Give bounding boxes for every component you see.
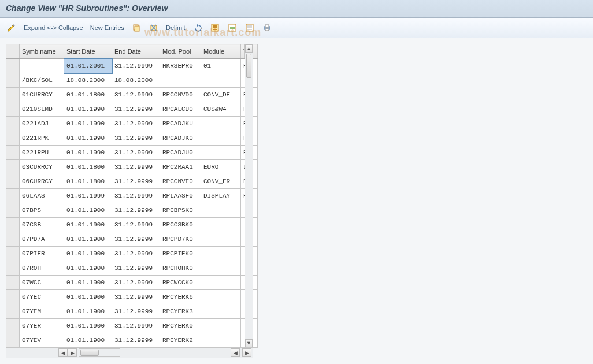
cell-module[interactable] <box>201 232 241 247</box>
cell-startdate[interactable]: 01.01.1900 <box>64 333 112 348</box>
cell-enddate[interactable]: 31.12.9999 <box>112 189 160 203</box>
cell-enddate[interactable]: 31.12.9999 <box>112 102 160 117</box>
cell-startdate[interactable]: 01.01.1900 <box>64 319 112 333</box>
cell-symbname[interactable]: 07CSB <box>20 218 64 232</box>
row-selector-cell[interactable] <box>6 319 20 333</box>
expand-collapse-button[interactable]: Expand <-> Collapse <box>22 24 85 31</box>
row-selector-cell[interactable] <box>6 261 20 276</box>
cell-startdate[interactable]: 18.08.2000 <box>64 73 112 88</box>
cell-modpool[interactable]: RPCADJK0 <box>160 131 201 146</box>
row-selector-cell[interactable] <box>6 247 20 261</box>
cell-startdate[interactable]: 01.01.1999 <box>64 189 112 203</box>
table-row[interactable]: 06LAAS01.01.199931.12.9999RPLAASF0DISPLA… <box>6 189 258 203</box>
cell-modpool[interactable]: HKRSEPR0 <box>160 59 201 73</box>
cell-modpool[interactable]: RPCWCCK0 <box>160 276 201 290</box>
cell-enddate[interactable]: 31.12.9999 <box>112 290 160 304</box>
cell-symbname[interactable]: 0221RPU <box>20 146 64 160</box>
cell-startdate[interactable]: 01.01.1990 <box>64 146 112 160</box>
cell-module[interactable]: CONV_DE <box>201 88 241 102</box>
cell-module[interactable]: 01 <box>201 59 241 73</box>
cell-module[interactable] <box>201 333 241 348</box>
col-header-symbname[interactable]: Symb.name <box>20 44 64 59</box>
cell-enddate[interactable]: 31.12.9999 <box>112 232 160 247</box>
table-row[interactable]: 0221ADJ01.01.199031.12.9999RPCADJKUR <box>6 117 258 131</box>
row-selector-header[interactable] <box>6 44 20 59</box>
cell-startdate[interactable]: 01.01.1800 <box>64 174 112 189</box>
cell-modpool[interactable]: RPCPIEK0 <box>160 247 201 261</box>
cell-symbname[interactable]: 06CURRCY <box>20 174 64 189</box>
scroll-right-end-icon[interactable]: ▶ <box>242 348 251 357</box>
cell-module[interactable]: DISPLAY <box>201 189 241 203</box>
new-entries-button[interactable]: New Entries <box>88 24 126 31</box>
row-selector-cell[interactable] <box>6 218 20 232</box>
table-row[interactable]: 07PD7A01.01.190031.12.9999RPCPD7K0 <box>6 232 258 247</box>
scroll-right-step-icon[interactable]: ▶ <box>68 348 77 357</box>
cell-module[interactable] <box>201 304 241 319</box>
col-header-modpool[interactable]: Mod. Pool <box>160 44 201 59</box>
cell-startdate[interactable]: 01.01.1900 <box>64 290 112 304</box>
cell-module[interactable] <box>201 218 241 232</box>
cell-enddate[interactable]: 31.12.9999 <box>112 59 160 73</box>
cell-enddate[interactable]: 31.12.9999 <box>112 304 160 319</box>
table-row[interactable]: 01.01.200131.12.9999HKRSEPR001R <box>6 59 258 73</box>
table-row[interactable]: 07PIER01.01.190031.12.9999RPCPIEK0 <box>6 247 258 261</box>
select-all-icon[interactable] <box>208 23 222 33</box>
cell-startdate[interactable]: 01.01.1900 <box>64 203 112 218</box>
cell-enddate[interactable]: 31.12.9999 <box>112 319 160 333</box>
row-selector-cell[interactable] <box>6 304 20 319</box>
cell-modpool[interactable]: RPCCSBK0 <box>160 218 201 232</box>
scroll-thumb-vertical[interactable] <box>246 54 251 78</box>
table-row[interactable]: 06CURRCY01.01.180031.12.9999RPCCNVF0CONV… <box>6 174 258 189</box>
cell-enddate[interactable]: 31.12.9999 <box>112 88 160 102</box>
cell-enddate[interactable]: 18.08.2000 <box>112 73 160 88</box>
print-icon[interactable] <box>260 23 274 33</box>
cell-symbname[interactable]: 07YEV <box>20 333 64 348</box>
col-header-module[interactable]: Module <box>201 44 241 59</box>
cell-modpool[interactable]: RPCYERK2 <box>160 333 201 348</box>
cell-startdate[interactable]: 01.01.1990 <box>64 131 112 146</box>
row-selector-cell[interactable] <box>6 333 20 348</box>
cell-enddate[interactable]: 31.12.9999 <box>112 203 160 218</box>
cell-startdate[interactable]: 01.01.1990 <box>64 117 112 131</box>
col-header-startdate[interactable]: Start Date <box>64 44 112 59</box>
table-row[interactable]: 07WCC01.01.190031.12.9999RPCWCCK0 <box>6 276 258 290</box>
row-selector-cell[interactable] <box>6 117 20 131</box>
cell-modpool[interactable]: RPCPD7K0 <box>160 232 201 247</box>
cell-enddate[interactable]: 31.12.9999 <box>112 247 160 261</box>
scroll-thumb-horizontal[interactable] <box>80 350 99 356</box>
row-selector-cell[interactable] <box>6 102 20 117</box>
table-row[interactable]: 07ROH01.01.190031.12.9999RPCROHK0 <box>6 261 258 276</box>
cell-symbname[interactable]: 0210SIMD <box>20 102 64 117</box>
row-selector-cell[interactable] <box>6 232 20 247</box>
row-selector-cell[interactable] <box>6 174 20 189</box>
cell-module[interactable] <box>201 131 241 146</box>
cell-symbname[interactable]: 0221RPK <box>20 131 64 146</box>
table-row[interactable]: 07YEV01.01.190031.12.9999RPCYERK2 <box>6 333 258 348</box>
copy-icon[interactable] <box>129 23 143 33</box>
cell-startdate[interactable]: 01.01.1900 <box>64 276 112 290</box>
row-selector-cell[interactable] <box>6 146 20 160</box>
row-selector-cell[interactable] <box>6 189 20 203</box>
cell-symbname[interactable]: 07YER <box>20 319 64 333</box>
cell-symbname[interactable]: 0221ADJ <box>20 117 64 131</box>
table-row[interactable]: 0221RPU01.01.199031.12.9999RPCADJU0R <box>6 146 258 160</box>
cell-symbname[interactable]: /BKC/SOL <box>20 73 64 88</box>
cell-startdate[interactable]: 01.01.1900 <box>64 232 112 247</box>
cell-symbname[interactable]: 07YEM <box>20 304 64 319</box>
row-selector-cell[interactable] <box>6 160 20 174</box>
row-selector-cell[interactable] <box>6 73 20 88</box>
delete-icon[interactable] <box>147 23 161 33</box>
cell-modpool[interactable]: RPCROHK0 <box>160 261 201 276</box>
table-row[interactable]: 07YEC01.01.190031.12.9999RPCYERK6 <box>6 290 258 304</box>
cell-modpool[interactable]: RPCALCU0 <box>160 102 201 117</box>
cell-symbname[interactable] <box>20 59 64 73</box>
cell-enddate[interactable]: 31.12.9999 <box>112 261 160 276</box>
vertical-scrollbar[interactable]: ▲ ▼ <box>245 44 253 348</box>
cell-symbname[interactable]: 07WCC <box>20 276 64 290</box>
table-row[interactable]: /BKC/SOL18.08.200018.08.2000 <box>6 73 258 88</box>
cell-modpool[interactable]: RPCYERK0 <box>160 319 201 333</box>
undo-icon[interactable] <box>191 23 205 33</box>
cell-module[interactable] <box>201 247 241 261</box>
row-selector-cell[interactable] <box>6 276 20 290</box>
cell-module[interactable]: CUS&W4 <box>201 102 241 117</box>
